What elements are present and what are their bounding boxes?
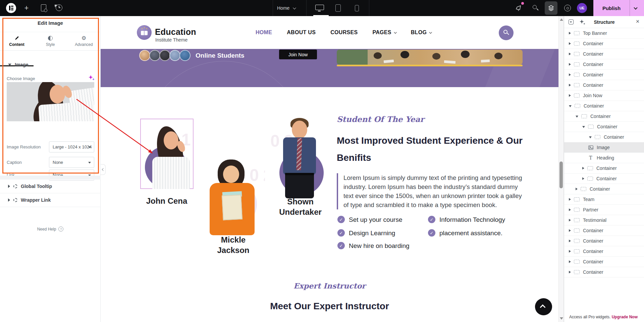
structure-row-container[interactable]: Container <box>564 257 644 267</box>
device-desktop-icon[interactable] <box>315 5 324 10</box>
chevron-right-icon[interactable] <box>569 94 571 97</box>
image-section-header[interactable]: Image <box>8 62 28 67</box>
chevron-down-icon[interactable] <box>589 136 592 138</box>
chevron-right-icon[interactable] <box>569 219 571 221</box>
add-element-button[interactable]: + <box>22 4 31 12</box>
chevron-right-icon[interactable] <box>569 240 571 242</box>
structure-row-container[interactable]: Container <box>564 80 644 90</box>
chevron-right-icon[interactable] <box>569 250 571 253</box>
student-name-1[interactable]: John Cena <box>140 196 194 206</box>
structure-row-container[interactable]: Container <box>564 39 644 49</box>
chevron-right-icon[interactable] <box>569 260 571 263</box>
chevron-right-icon[interactable] <box>582 177 584 180</box>
chevron-right-icon[interactable] <box>569 42 571 45</box>
nav-about-us[interactable]: ABOUT US <box>287 29 316 36</box>
structure-row-container[interactable]: Container <box>564 132 644 142</box>
checklist-item: Design Learning <box>349 230 395 237</box>
panel-collapse-handle[interactable] <box>101 164 106 175</box>
structure-row-container[interactable]: Container <box>564 267 644 277</box>
nav-courses[interactable]: COURSES <box>330 29 358 36</box>
student-name-3[interactable]: Shown Undertaker <box>274 196 326 217</box>
structure-row-team[interactable]: Team <box>564 194 644 205</box>
chevron-right-icon[interactable] <box>569 271 571 273</box>
preview-eye-icon[interactable] <box>564 5 571 11</box>
document-switcher[interactable]: Home <box>277 0 295 16</box>
tab-advanced[interactable]: ⚙ Advanced <box>67 32 101 50</box>
image-preview-thumbnail[interactable] <box>7 82 94 121</box>
about-heading[interactable]: Most Improved Student Experience & Our B… <box>337 132 545 166</box>
student-name-2[interactable]: Mickle Jackson <box>207 235 259 255</box>
close-icon[interactable]: × <box>634 18 641 25</box>
instructor-heading[interactable]: Meet Our Expert Instructor <box>101 301 558 312</box>
join-now-button[interactable]: Join Now <box>279 50 317 59</box>
scrollbar-thumb[interactable] <box>559 162 563 188</box>
chevron-right-icon[interactable] <box>569 208 571 211</box>
structure-row-container[interactable]: Container <box>564 236 644 246</box>
structure-row-heading[interactable]: THeading <box>564 153 644 163</box>
need-help-link[interactable]: Need Help ? <box>0 227 101 232</box>
global-tooltip-section[interactable]: Global Tooltip <box>0 180 101 193</box>
selected-image-widget[interactable] <box>140 119 194 189</box>
structure-row-container[interactable]: Container <box>564 70 644 80</box>
chevron-right-icon[interactable] <box>569 229 571 232</box>
ai-sparkle-icon[interactable] <box>89 75 93 79</box>
structure-row-testimonial[interactable]: Testimonial <box>564 215 644 226</box>
nav-blog[interactable]: BLOG <box>411 29 431 36</box>
structure-row-container[interactable]: Container <box>564 101 644 111</box>
chevron-right-icon[interactable] <box>569 198 571 201</box>
structure-row-join-now[interactable]: Join Now <box>564 90 644 101</box>
chevron-down-icon[interactable] <box>582 126 585 128</box>
about-paragraph[interactable]: Lorem Ipsum is simply dummy text of the … <box>337 173 525 209</box>
site-search-button[interactable] <box>499 25 514 40</box>
scrollbar-up-arrow[interactable] <box>560 18 563 21</box>
finder-search-icon[interactable] <box>533 5 537 9</box>
publish-options-chevron-icon[interactable] <box>634 6 637 9</box>
elementor-logo[interactable] <box>6 3 16 13</box>
chevron-right-icon[interactable] <box>569 32 571 35</box>
chevron-right-icon[interactable] <box>582 167 584 170</box>
chevron-right-icon[interactable] <box>569 63 571 66</box>
nav-home[interactable]: HOME <box>256 29 272 36</box>
chevron-right-icon[interactable] <box>569 84 571 86</box>
structure-row-container[interactable]: Container <box>564 163 644 174</box>
chevron-right-icon[interactable] <box>576 188 578 190</box>
scroll-to-top-button[interactable] <box>535 298 552 315</box>
scrollbar-down-arrow[interactable] <box>560 317 563 320</box>
structure-row-container[interactable]: Container <box>564 111 644 122</box>
student-photo-shown[interactable] <box>280 118 319 198</box>
page-settings-icon[interactable] <box>41 4 46 11</box>
site-logo[interactable] <box>137 25 152 40</box>
wrapper-link-section[interactable]: Wrapper Link <box>0 193 101 207</box>
chevron-down-icon[interactable] <box>569 105 572 107</box>
publish-button[interactable]: Publish <box>593 0 630 16</box>
structure-row-container[interactable]: Container <box>564 184 644 194</box>
caption-select[interactable]: None <box>49 157 94 168</box>
checklist-item: New hire on boarding <box>349 242 410 250</box>
upgrade-now-link[interactable]: Upgrade Now <box>612 315 638 319</box>
structure-row-top-banner[interactable]: Top Banner <box>564 28 644 39</box>
chevron-right-icon[interactable] <box>569 73 571 76</box>
structure-row-partner[interactable]: Partner <box>564 205 644 215</box>
structure-row-image-selected[interactable]: Image <box>564 142 644 153</box>
chevron-right-icon[interactable] <box>569 53 571 55</box>
device-mobile-icon[interactable] <box>355 5 359 11</box>
structure-row-container[interactable]: Container <box>564 59 644 70</box>
structure-row-container[interactable]: Container <box>564 174 644 184</box>
chevron-down-icon[interactable] <box>576 116 578 118</box>
hero-section[interactable]: Online Students Join Now <box>101 49 558 87</box>
history-icon[interactable] <box>56 4 62 11</box>
device-tablet-icon[interactable] <box>335 4 341 12</box>
user-avatar[interactable]: UE <box>577 3 587 13</box>
structure-row-container[interactable]: Container <box>564 226 644 236</box>
whats-new-icon[interactable] <box>515 4 523 13</box>
tab-style[interactable]: Style <box>34 32 67 50</box>
structure-row-container[interactable]: Container <box>564 122 644 132</box>
student-photo-mickle[interactable] <box>209 159 256 235</box>
structure-toggle-button[interactable] <box>545 1 557 15</box>
structure-row-container[interactable]: Container <box>564 49 644 59</box>
structure-row-container[interactable]: Container <box>564 246 644 257</box>
nav-pages[interactable]: PAGES <box>372 29 396 36</box>
image-resolution-select[interactable]: Large - 1024 x 1024 <box>49 141 94 152</box>
canvas-scrollbar[interactable] <box>558 16 564 322</box>
tab-content[interactable]: Content <box>0 32 34 50</box>
